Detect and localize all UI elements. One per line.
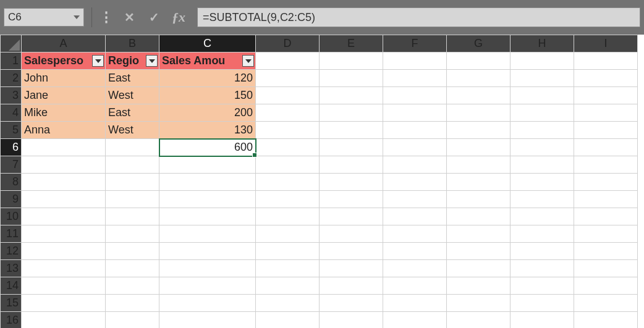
cell[interactable] xyxy=(22,208,106,225)
cell[interactable] xyxy=(383,191,447,208)
col-header-c[interactable]: C xyxy=(159,35,256,53)
col-header-f[interactable]: F xyxy=(383,35,447,53)
cell[interactable] xyxy=(159,295,256,312)
cell[interactable] xyxy=(574,53,638,70)
cell[interactable] xyxy=(383,53,447,70)
cell[interactable] xyxy=(256,243,320,260)
cell[interactable] xyxy=(22,312,106,329)
row-header[interactable]: 7 xyxy=(1,156,22,174)
cell[interactable] xyxy=(511,174,574,191)
name-box[interactable]: C6 xyxy=(4,8,84,27)
cell[interactable] xyxy=(383,104,447,122)
row-header[interactable]: 9 xyxy=(1,191,22,208)
cell[interactable] xyxy=(574,295,638,312)
cell[interactable] xyxy=(447,191,511,208)
row-header[interactable]: 1 xyxy=(1,53,22,70)
cell[interactable] xyxy=(159,156,256,174)
row-header[interactable]: 13 xyxy=(1,260,22,277)
col-header-g[interactable]: G xyxy=(447,35,511,53)
cell[interactable] xyxy=(320,295,383,312)
cell-b5[interactable]: West xyxy=(106,122,159,139)
cell-c3[interactable]: 150 xyxy=(159,87,256,104)
cell[interactable] xyxy=(22,191,106,208)
col-header-h[interactable]: H xyxy=(511,35,574,53)
cell[interactable] xyxy=(106,191,159,208)
cell[interactable] xyxy=(574,225,638,243)
cell[interactable] xyxy=(383,243,447,260)
cell[interactable] xyxy=(447,139,511,156)
cell[interactable] xyxy=(511,225,574,243)
cell[interactable] xyxy=(447,295,511,312)
cell[interactable] xyxy=(383,295,447,312)
cell[interactable] xyxy=(159,312,256,329)
cell[interactable] xyxy=(574,277,638,295)
cell[interactable] xyxy=(447,312,511,329)
filter-button[interactable] xyxy=(92,55,104,67)
row-header[interactable]: 15 xyxy=(1,295,22,312)
cell[interactable] xyxy=(447,87,511,104)
cell[interactable] xyxy=(574,139,638,156)
cell-b2[interactable]: East xyxy=(106,70,159,87)
cell[interactable] xyxy=(511,87,574,104)
cell[interactable] xyxy=(383,174,447,191)
cell-a3[interactable]: Jane xyxy=(22,87,106,104)
cell[interactable] xyxy=(22,295,106,312)
chevron-down-icon[interactable] xyxy=(74,15,80,19)
col-header-b[interactable]: B xyxy=(106,35,159,53)
cell[interactable] xyxy=(22,156,106,174)
cell[interactable] xyxy=(447,225,511,243)
cell[interactable] xyxy=(320,312,383,329)
cell[interactable] xyxy=(106,156,159,174)
cell[interactable] xyxy=(320,225,383,243)
cell[interactable] xyxy=(320,174,383,191)
formula-input[interactable]: =SUBTOTAL(9,C2:C5) xyxy=(197,7,640,27)
cell-a6[interactable] xyxy=(22,139,106,156)
cell[interactable] xyxy=(256,139,320,156)
row-header[interactable]: 6 xyxy=(1,139,22,156)
row-header[interactable]: 14 xyxy=(1,277,22,295)
cell[interactable] xyxy=(106,225,159,243)
spreadsheet-grid[interactable]: A B C D E F G H I 1 Salesperso Regio Sal… xyxy=(0,35,644,328)
cell-b1[interactable]: Regio xyxy=(106,53,159,70)
cell[interactable] xyxy=(383,122,447,139)
select-all-corner[interactable] xyxy=(1,35,22,53)
cell-a5[interactable]: Anna xyxy=(22,122,106,139)
cell[interactable] xyxy=(511,277,574,295)
cell[interactable] xyxy=(106,295,159,312)
cell[interactable] xyxy=(159,277,256,295)
cell-b3[interactable]: West xyxy=(106,87,159,104)
cell-a4[interactable]: Mike xyxy=(22,104,106,122)
cell[interactable] xyxy=(447,70,511,87)
cell[interactable] xyxy=(22,260,106,277)
cell[interactable] xyxy=(256,104,320,122)
cell[interactable] xyxy=(320,208,383,225)
cell[interactable] xyxy=(256,87,320,104)
cell-c1[interactable]: Sales Amou xyxy=(159,53,256,70)
cell[interactable] xyxy=(22,225,106,243)
cell[interactable] xyxy=(383,156,447,174)
cell[interactable] xyxy=(447,260,511,277)
cell[interactable] xyxy=(447,277,511,295)
cell[interactable] xyxy=(159,208,256,225)
cell[interactable] xyxy=(106,260,159,277)
cell[interactable] xyxy=(511,156,574,174)
col-header-a[interactable]: A xyxy=(22,35,106,53)
row-header[interactable]: 8 xyxy=(1,174,22,191)
cell[interactable] xyxy=(320,104,383,122)
cell[interactable] xyxy=(256,295,320,312)
cell[interactable] xyxy=(159,191,256,208)
cell[interactable] xyxy=(106,312,159,329)
enter-button[interactable]: ✓ xyxy=(142,7,166,27)
cell[interactable] xyxy=(256,225,320,243)
cell[interactable] xyxy=(159,174,256,191)
cell[interactable] xyxy=(106,277,159,295)
cell[interactable] xyxy=(511,53,574,70)
cell[interactable] xyxy=(511,191,574,208)
cell[interactable] xyxy=(574,243,638,260)
cell[interactable] xyxy=(383,260,447,277)
cell-a2[interactable]: John xyxy=(22,70,106,87)
cell[interactable] xyxy=(106,243,159,260)
cell-a1[interactable]: Salesperso xyxy=(22,53,106,70)
cell-c2[interactable]: 120 xyxy=(159,70,256,87)
cell[interactable] xyxy=(256,122,320,139)
